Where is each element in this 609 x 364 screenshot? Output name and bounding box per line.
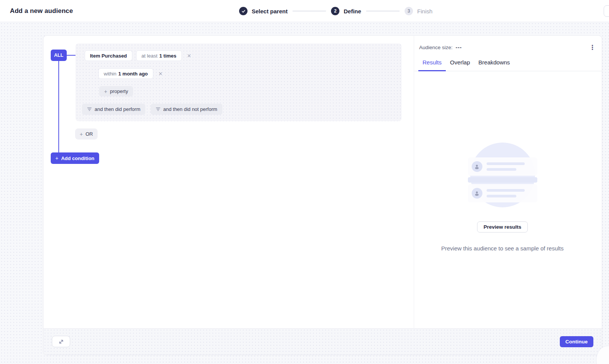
step-define[interactable]: 2 Define	[331, 7, 361, 15]
illustration-result-row	[468, 157, 537, 176]
preview-caption: Preview this audience to see a sample of…	[415, 245, 590, 252]
add-property-label: property	[110, 88, 128, 94]
condition-group-card: Item Purchased at least 1 times ✕ within…	[76, 43, 402, 121]
avatar	[472, 161, 482, 172]
illustration-result-row	[468, 184, 537, 202]
placeholder-bar	[487, 168, 516, 171]
or-label: OR	[85, 131, 93, 137]
plus-icon: +	[104, 89, 107, 94]
audience-size-value: ---	[456, 45, 462, 50]
frequency-prefix: at least	[141, 53, 157, 59]
remove-window-icon[interactable]: ✕	[158, 71, 164, 77]
remove-event-icon[interactable]: ✕	[186, 53, 192, 59]
filter-icon	[87, 107, 92, 111]
and-then-did-not-perform-label: and then did not perform	[163, 106, 217, 112]
event-row: Item Purchased at least 1 times ✕	[85, 50, 192, 61]
step-connector	[366, 11, 400, 11]
add-condition-button[interactable]: + Add condition	[51, 152, 99, 164]
continue-button[interactable]: Continue	[560, 336, 594, 347]
avatar	[472, 188, 482, 199]
cutoff-edge-button[interactable]	[604, 5, 609, 17]
plus-icon: +	[80, 131, 83, 137]
illustration-inner	[468, 143, 537, 207]
illustration-middle-bar	[468, 177, 537, 183]
sequence-row: and then did perform and then did not pe…	[82, 104, 222, 115]
placeholder-bar	[487, 189, 525, 192]
connector-line-vertical	[58, 60, 59, 152]
filter-icon	[156, 107, 161, 111]
event-name-chip[interactable]: Item Purchased	[85, 50, 132, 61]
step-finish[interactable]: 3 Finish	[405, 7, 432, 15]
preview-results-button[interactable]: Preview results	[477, 221, 528, 233]
check-icon	[241, 9, 246, 13]
placeholder-bars	[487, 162, 525, 171]
expand-button[interactable]	[52, 336, 70, 347]
placeholder-bar	[487, 162, 525, 165]
condition-builder-panel: ALL Item Purchased at least 1 times ✕	[43, 36, 414, 329]
and-then-did-not-perform-button[interactable]: and then did not perform	[151, 104, 222, 115]
event-name-label: Item Purchased	[90, 53, 127, 59]
step-select-parent[interactable]: Select parent	[239, 7, 288, 15]
step-label: Finish	[417, 8, 432, 14]
add-or-button[interactable]: + OR	[75, 128, 98, 140]
stepper: Select parent 2 Define 3 Finish	[239, 0, 432, 22]
tab-results[interactable]: Results	[418, 59, 446, 71]
connector-line-horizontal	[67, 55, 76, 56]
audience-size-label: Audience size:	[419, 45, 453, 50]
results-panel: Audience size: --- ⋮ Results Overlap Bre…	[415, 36, 603, 329]
step-label: Select parent	[252, 8, 288, 14]
screen: Add a new audience Select parent 2 Defin…	[0, 0, 609, 364]
step-connector	[292, 11, 326, 11]
and-then-did-perform-button[interactable]: and then did perform	[82, 104, 145, 115]
time-window-row: within 1 month ago ✕	[98, 68, 163, 79]
add-condition-label: Add condition	[61, 156, 94, 161]
property-row: + property	[99, 86, 133, 96]
page-title: Add a new audience	[10, 7, 73, 15]
results-tabs: Results Overlap Breakdowns	[418, 59, 514, 71]
plus-icon: +	[55, 156, 58, 161]
group-operator-badge[interactable]: ALL	[51, 50, 67, 61]
preview-button-wrap: Preview results	[415, 221, 590, 233]
person-icon	[474, 191, 480, 196]
window-prefix: within	[104, 71, 116, 77]
audience-size-row: Audience size: --- ⋮	[419, 44, 597, 51]
step-done-circle	[239, 7, 247, 15]
step-number-circle: 2	[331, 7, 339, 15]
frequency-chip[interactable]: at least 1 times	[136, 50, 182, 61]
results-panel-header: Audience size: --- ⋮ Results Overlap Bre…	[415, 36, 603, 71]
placeholder-bar	[487, 195, 516, 197]
audience-builder-card: ALL Item Purchased at least 1 times ✕	[43, 35, 602, 355]
window-value: 1 month ago	[118, 71, 148, 77]
person-icon	[474, 164, 480, 170]
step-label: Define	[344, 8, 361, 14]
placeholder-bars	[487, 189, 525, 197]
add-property-button[interactable]: + property	[99, 86, 133, 96]
and-then-did-perform-label: and then did perform	[95, 106, 140, 112]
card-footer: Continue	[43, 328, 602, 354]
tab-breakdowns[interactable]: Breakdowns	[474, 59, 514, 71]
expand-diagonal-icon	[58, 339, 64, 345]
time-window-chip[interactable]: within 1 month ago	[98, 68, 153, 79]
tab-overlap[interactable]: Overlap	[446, 59, 474, 71]
step-number-circle: 3	[405, 7, 413, 15]
kebab-menu-icon[interactable]: ⋮	[588, 44, 597, 51]
page-background: ALL Item Purchased at least 1 times ✕	[0, 22, 609, 364]
top-header: Add a new audience Select parent 2 Defin…	[0, 0, 609, 22]
frequency-value: 1 times	[159, 53, 177, 59]
empty-results-illustration	[415, 143, 590, 207]
